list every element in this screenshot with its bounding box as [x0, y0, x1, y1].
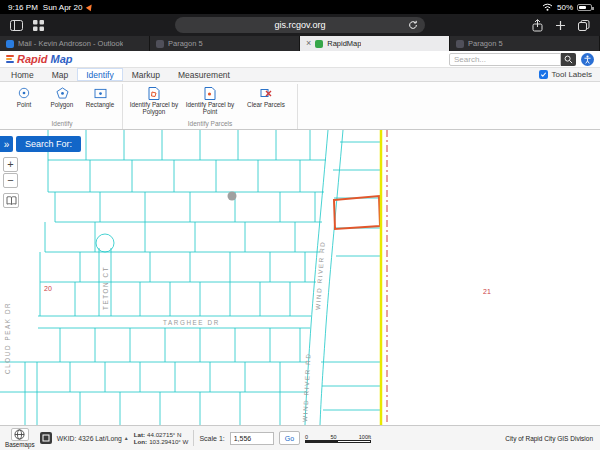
tool-identify-parcel-by-point[interactable]: Identify Parcel by Point	[183, 84, 237, 115]
close-tab-icon[interactable]: ×	[306, 39, 311, 48]
parcel-lines	[0, 130, 381, 425]
new-tab-icon[interactable]	[555, 20, 566, 31]
ribbon: Point Polygon Rectangle Identify	[0, 82, 600, 130]
sidebar-icon[interactable]	[10, 20, 23, 31]
tool-labels-label: Tool Labels	[552, 70, 592, 79]
ribbon-group-identify-parcels: Identify Parcel by Polygon Identify Parc…	[123, 84, 298, 129]
address-bar[interactable]: gis.rcgov.org	[175, 17, 425, 33]
tool-rectangle[interactable]: Rectangle	[82, 84, 118, 108]
tool-label: Polygon	[51, 101, 74, 108]
browser-tab-paragon-1[interactable]: Paragon 5	[150, 36, 300, 51]
tab-label: Paragon 5	[468, 39, 503, 48]
browser-tab-rapidmap[interactable]: × RapidMap	[300, 36, 450, 51]
url-text: gis.rcgov.org	[275, 20, 326, 30]
coordinates-display: Lat: 44.02715° N Lon: 103.29410° W	[134, 431, 189, 446]
credit-text: City of Rapid City GIS Division	[505, 435, 595, 442]
rectangle-icon	[94, 86, 107, 100]
search-input[interactable]	[449, 53, 561, 66]
tool-clear-parcels[interactable]: Clear Parcels	[239, 84, 293, 108]
parcel-by-polygon-icon	[148, 86, 160, 100]
section-label-21: 21	[483, 288, 491, 295]
accessibility-icon[interactable]	[581, 53, 594, 66]
basemaps-label: Basemaps	[5, 441, 35, 448]
status-time: 9:16 PM	[8, 3, 38, 12]
tab-overview-icon[interactable]	[33, 20, 44, 31]
browser-tab-paragon-2[interactable]: Paragon 5	[450, 36, 600, 51]
browser-toolbar: gis.rcgov.org	[0, 14, 600, 36]
share-icon[interactable]	[532, 19, 543, 32]
search-for-button[interactable]: Search For:	[16, 136, 81, 152]
tool-labels-toggle: Tool Labels	[539, 68, 600, 81]
street-label-wind-river-lower: WIND RIVER RD	[301, 352, 312, 422]
outlook-icon	[6, 40, 14, 48]
tab-identify[interactable]: Identify	[77, 68, 122, 81]
logo-text-rapid: Rapid	[17, 53, 48, 65]
location-arrow-icon	[86, 3, 94, 11]
app-header: RapidMap	[0, 51, 600, 68]
tool-label: Identify Parcel by Point	[183, 101, 237, 115]
zoom-in-button[interactable]: +	[3, 157, 18, 172]
street-label-teton: TETON CT	[102, 266, 109, 310]
overview-map-icon[interactable]	[40, 432, 52, 444]
street-label-wind-river-upper: WIND RIVER RD	[314, 240, 326, 310]
tool-polygon[interactable]: Polygon	[44, 84, 80, 108]
section-label-20: 20	[44, 285, 52, 292]
tool-point[interactable]: Point	[6, 84, 42, 108]
check-icon	[540, 71, 547, 78]
tool-label: Point	[17, 101, 31, 108]
logo-text-map: Map	[51, 53, 73, 65]
rapidmap-favicon	[315, 40, 323, 48]
polygon-icon	[56, 86, 69, 100]
battery-icon	[577, 4, 592, 11]
globe-icon	[11, 428, 29, 441]
footer-bar: Basemaps WKID: 4326 Lat/Long ▲ Lat: 44.0…	[0, 425, 600, 450]
basemaps-button[interactable]: Basemaps	[5, 428, 35, 448]
scale-bar: 0 50 100ft	[305, 434, 371, 443]
tab-map[interactable]: Map	[43, 68, 78, 81]
street-label-targhee: TARGHEE DR	[163, 319, 220, 326]
wkid-label: WKID: 4326 Lat/Long	[57, 435, 122, 442]
tab-home[interactable]: Home	[2, 68, 43, 81]
ribbon-group-label: Identify	[6, 119, 118, 129]
tab-label: RapidMap	[327, 39, 361, 48]
menu-bar: Home Map Identify Markup Measurement Too…	[0, 68, 600, 82]
tab-markup[interactable]: Markup	[123, 68, 169, 81]
lon-label: Lon:	[134, 438, 147, 445]
search-icon	[564, 55, 573, 64]
status-date: Sun Apr 20	[43, 3, 83, 12]
browser-tab-mail[interactable]: Mail - Kevin Androson - Outlook	[0, 36, 150, 51]
rapidmap-logo: RapidMap	[6, 53, 73, 65]
book-icon	[6, 196, 17, 205]
point-icon	[18, 86, 30, 100]
go-button[interactable]: Go	[279, 431, 300, 445]
lat-value: 44.02715° N	[147, 431, 181, 438]
global-search	[449, 53, 576, 66]
zoom-out-button[interactable]: −	[3, 173, 18, 188]
ribbon-group-label: Identify Parcels	[127, 119, 293, 129]
expand-panel-button[interactable]: »	[0, 136, 13, 152]
search-button[interactable]	[561, 53, 576, 66]
tabs-icon[interactable]	[578, 20, 590, 31]
tool-labels-checkbox[interactable]	[539, 70, 548, 79]
paragon-icon	[156, 40, 164, 48]
street-label-cloud-peak: CLOUD PEAK DR	[4, 302, 11, 374]
scale-input[interactable]	[230, 432, 274, 445]
lat-label: Lat:	[134, 431, 145, 438]
bookmarks-button[interactable]	[3, 193, 19, 208]
tool-label: Clear Parcels	[247, 101, 285, 108]
selected-parcel[interactable]	[334, 196, 380, 229]
status-bar: 9:16 PM Sun Apr 20 50%	[0, 0, 600, 14]
tool-label: Rectangle	[86, 101, 114, 108]
parcel-by-point-icon	[204, 86, 216, 100]
parcel-map: TARGHEE DR WIND RIVER RD WIND RIVER RD T…	[0, 130, 600, 425]
scale-label: Scale 1:	[199, 435, 224, 442]
wkid-selector[interactable]: WKID: 4326 Lat/Long ▲	[57, 435, 129, 442]
reload-icon[interactable]	[408, 20, 418, 30]
lon-value: 103.29410° W	[149, 438, 188, 445]
map-canvas[interactable]: TARGHEE DR WIND RIVER RD WIND RIVER RD T…	[0, 130, 600, 425]
caret-up-icon: ▲	[124, 435, 129, 441]
tab-measurement[interactable]: Measurement	[169, 68, 239, 81]
wifi-icon	[542, 3, 553, 11]
logo-icon	[6, 55, 14, 63]
tool-identify-parcel-by-polygon[interactable]: Identify Parcel by Polygon	[127, 84, 181, 115]
